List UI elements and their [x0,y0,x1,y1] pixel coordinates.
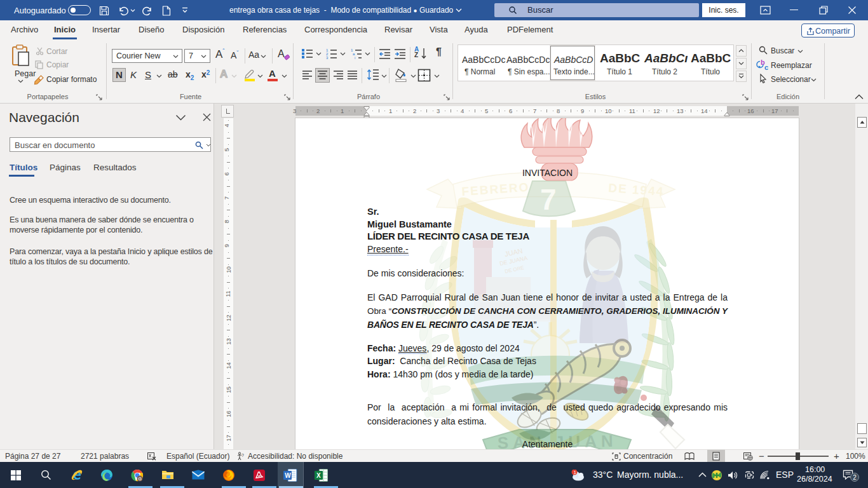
svg-text:i: i [355,56,355,60]
svg-text:W: W [285,472,291,479]
svg-text:G: G [139,477,142,481]
svg-text:3: 3 [326,56,329,60]
svg-text:?: ? [241,453,244,458]
svg-text:X: X [316,472,321,479]
svg-text:1: 1 [573,470,576,475]
